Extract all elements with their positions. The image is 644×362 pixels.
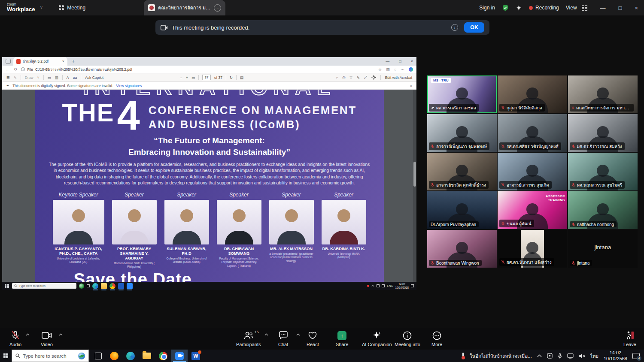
- tray-app-icon[interactable]: [547, 353, 553, 359]
- edge-taskbar-icon[interactable]: [92, 283, 98, 289]
- participant-tile[interactable]: กุสุมา นิรัติศัยดิสกุล: [498, 75, 567, 113]
- tab-close-icon[interactable]: ×: [62, 59, 64, 63]
- read-aloud-icon[interactable]: A: [67, 75, 69, 80]
- participants-options-chevron-icon[interactable]: [264, 333, 268, 336]
- participant-tile[interactable]: รศ.ดร.ศศิธร วชิรปัญญาพงศ์: [498, 114, 567, 152]
- profile-icon[interactable]: ◌: [394, 67, 396, 72]
- view-signatures-link[interactable]: View signatures: [116, 84, 142, 88]
- browser-minimize-button[interactable]: —: [386, 59, 389, 63]
- taskbar-edge-icon[interactable]: [122, 350, 139, 362]
- tab-search-icon[interactable]: [6, 59, 11, 64]
- info-icon[interactable]: i: [451, 24, 458, 31]
- shared-tray-language[interactable]: ENG: [387, 284, 393, 287]
- participants-button[interactable]: 15 Participants: [236, 331, 261, 347]
- window-close-button[interactable]: ×: [635, 5, 638, 11]
- participant-tile[interactable]: natthacha northong: [568, 191, 638, 229]
- taskbar-zoom-icon[interactable]: [171, 350, 188, 362]
- meeting-info-button[interactable]: Meeting info: [395, 331, 420, 347]
- pdf-search-icon[interactable]: ⌕: [336, 75, 338, 80]
- taskbar-file-explorer-icon[interactable]: [139, 350, 155, 362]
- tray-chevron-icon[interactable]: [371, 285, 374, 287]
- taskbar-word-icon[interactable]: W: [188, 350, 204, 362]
- word-taskbar-icon[interactable]: [118, 283, 124, 289]
- tray-volume-muted-icon[interactable]: [579, 353, 585, 359]
- browser-tab[interactable]: ผ่านที่สุด 5.2.pdf ×: [13, 57, 67, 66]
- draw-chevron-icon[interactable]: ˅: [37, 75, 39, 80]
- pdf-scrollbar-thumb[interactable]: [413, 162, 416, 187]
- taskbar-chrome-icon[interactable]: [155, 350, 171, 362]
- language-indicator[interactable]: ไทย: [590, 352, 598, 360]
- task-view-button[interactable]: [95, 353, 102, 359]
- taskbar-clock[interactable]: 14:02 10/10/2568: [604, 350, 627, 362]
- audio-button[interactable]: Audio: [9, 331, 21, 347]
- highlight-icon[interactable]: ✎: [14, 75, 17, 80]
- shared-tray-clock[interactable]: 14:02 10/10/2568: [395, 283, 409, 289]
- select-icon[interactable]: ▥: [55, 75, 58, 80]
- chat-options-chevron-icon[interactable]: [296, 333, 300, 336]
- pdf-scrollbar[interactable]: [413, 90, 416, 282]
- pdf-content-area[interactable]: INTERNATIONAL THE 4 CONFERENCE ON MANAGE…: [2, 90, 416, 282]
- taskbar-search-box[interactable]: Type here to search: [12, 350, 89, 362]
- window-minimize-button[interactable]: —: [600, 5, 606, 11]
- window-restore-button[interactable]: □: [619, 5, 622, 11]
- split-screen-icon[interactable]: ▥: [386, 67, 390, 72]
- copilot-orb-icon[interactable]: [409, 67, 413, 72]
- erase-icon[interactable]: ▭: [48, 75, 51, 80]
- tab-shared-content[interactable]: คณะวิทยาการจัดการ มหาวิทยาลัยราชภัฏ ⋯: [144, 0, 225, 15]
- zoom-in-icon[interactable]: +: [186, 75, 188, 80]
- participant-tile[interactable]: jintana jintana: [568, 230, 638, 268]
- participant-tile[interactable]: Dr.Arporn Puvitayaphan: [427, 191, 497, 229]
- notification-center-icon[interactable]: 4: [632, 353, 640, 359]
- ribbon-badge-icon[interactable]: [79, 284, 84, 289]
- ok-button[interactable]: OK: [464, 22, 484, 33]
- refresh-icon[interactable]: ↻: [14, 67, 17, 72]
- page-info-icon[interactable]: i: [21, 67, 25, 71]
- participant-tile[interactable]: MS - TRU ผศ.พรรณนิภา เดชพล: [427, 75, 497, 113]
- url-box[interactable]: i File C:/10-68/วาระที่%205%20เรื่องเพื่…: [21, 66, 132, 72]
- participant-tile[interactable]: ผศ.นฤมลวรรณ สุขไมตรี: [568, 153, 638, 190]
- fullscreen-icon[interactable]: ⤢: [364, 75, 367, 80]
- participant-tile[interactable]: Boonthawan Wingwon: [427, 230, 497, 268]
- start-button[interactable]: [3, 353, 8, 358]
- browser-close-button[interactable]: ×: [411, 59, 413, 63]
- participant-tile[interactable]: ผศ.ดร.นันทนา แจ้งสว่าง: [498, 230, 567, 268]
- print-icon[interactable]: ⎙: [342, 75, 345, 80]
- edit-with-acrobat-button[interactable]: Edit with Acrobat: [385, 75, 412, 80]
- new-tab-button[interactable]: +: [72, 58, 75, 64]
- weather-thermometer-icon[interactable]: [462, 353, 465, 359]
- zoom-out-icon[interactable]: −: [180, 75, 182, 80]
- shared-search-box[interactable]: Type here to search: [12, 283, 76, 289]
- favorite-star-icon[interactable]: ☆: [378, 67, 382, 72]
- tray-chevron-icon[interactable]: [537, 354, 542, 357]
- share-button[interactable]: ↑ Share: [336, 331, 348, 347]
- tray-display-icon[interactable]: [382, 284, 385, 287]
- video-options-chevron-icon[interactable]: [59, 333, 63, 336]
- browser-menu-icon[interactable]: ⋯: [401, 67, 404, 72]
- fit-page-icon[interactable]: ▭: [191, 75, 195, 80]
- file-explorer-taskbar-icon[interactable]: [101, 283, 107, 289]
- tab-options-icon[interactable]: ⋯: [214, 4, 221, 12]
- more-button[interactable]: More: [431, 331, 442, 347]
- audio-options-chevron-icon[interactable]: [26, 333, 30, 336]
- participant-tile[interactable]: อาจารย์เสาวพร สุขเกิด: [498, 153, 567, 190]
- save-icon[interactable]: ▽: [349, 75, 352, 80]
- settings-gear-icon[interactable]: [371, 75, 376, 80]
- weather-headline[interactable]: ในอีกไม่กี่วันข้างหน้าจะเมือ...: [470, 352, 532, 360]
- translate-icon[interactable]: อa: [73, 75, 77, 81]
- participant-tile[interactable]: ASSESSOR TRAINING ขุนพล ผู้พัฒน์: [498, 191, 567, 229]
- rotate-icon[interactable]: ↻: [230, 75, 233, 80]
- tab-meeting[interactable]: Meeting: [59, 5, 85, 11]
- chrome-taskbar-icon[interactable]: [109, 283, 115, 289]
- react-button[interactable]: React: [307, 331, 319, 347]
- tray-display-icon[interactable]: [567, 353, 574, 359]
- tray-mic-icon[interactable]: [558, 353, 562, 359]
- chevron-down-icon[interactable]: ˅: [40, 5, 43, 10]
- draw-button[interactable]: Draw: [25, 75, 33, 80]
- participant-tile[interactable]: คณะวิทยาการจัดการ มหาวิทยาลัยรั...: [568, 75, 638, 113]
- ai-sparkle-icon[interactable]: [516, 5, 522, 11]
- leave-button[interactable]: Leave: [623, 331, 636, 347]
- back-icon[interactable]: ←: [6, 67, 10, 72]
- taskbar-firefox-icon[interactable]: [106, 350, 122, 362]
- participant-tile[interactable]: อาจารย์เพ็ญนภา จุมพลพงษ์: [427, 114, 497, 152]
- signature-bar-close-icon[interactable]: ×: [410, 84, 412, 88]
